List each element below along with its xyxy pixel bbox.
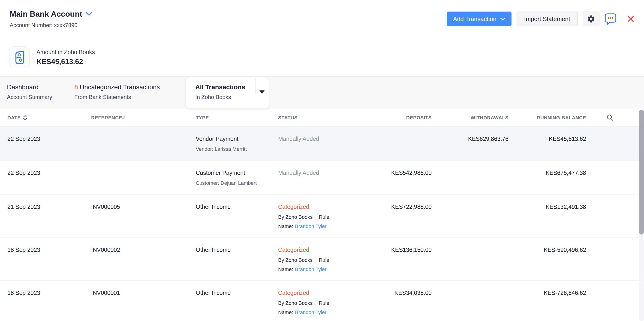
- actions-divider: [622, 14, 622, 24]
- cell-date: 22 Sep 2023: [0, 169, 84, 194]
- tab-all-transactions[interactable]: All Transactions In Zoho Books: [186, 77, 269, 109]
- table-row[interactable]: 18 Sep 2023 INV000001 Other Income Categ…: [0, 280, 644, 321]
- table-row[interactable]: 22 Sep 2023 Customer Payment Customer: D…: [0, 160, 644, 195]
- status-label: Categorized: [278, 203, 362, 210]
- contact-link[interactable]: Brandon Tyler: [295, 309, 326, 315]
- status-label: Categorized: [278, 246, 362, 253]
- feedback-button[interactable]: [604, 13, 616, 25]
- scrollbar-thumb[interactable]: [639, 110, 644, 235]
- cell-spacer: [586, 135, 644, 160]
- table-row[interactable]: 18 Sep 2023 INV000002 Other Income Categ…: [0, 238, 644, 280]
- column-deposits[interactable]: DEPOSITS: [362, 115, 432, 120]
- type-label: Vendor Payment: [196, 135, 271, 142]
- status-rule: Rule: [319, 214, 329, 220]
- status-label: Manually Added: [278, 135, 362, 142]
- cell-date: 18 Sep 2023: [0, 246, 84, 280]
- account-switcher-chevron-icon[interactable]: [86, 12, 92, 16]
- type-label: Customer Payment: [196, 169, 271, 176]
- column-reference[interactable]: REFERENCE#: [84, 115, 188, 120]
- status-separator: [316, 300, 316, 306]
- tab-uncategorized-subtitle: From Bank Statements: [74, 94, 160, 100]
- gear-icon: [587, 15, 596, 23]
- cell-reference: INV000005: [84, 203, 188, 237]
- cell-withdrawals: [432, 169, 508, 194]
- cell-withdrawals: KES629,863.76: [432, 135, 508, 160]
- status-by-line: By Zoho Books Rule: [278, 257, 362, 263]
- status-separator: [316, 214, 316, 220]
- cell-reference: [84, 135, 188, 160]
- status-name-line: Name:Brandon Tyler: [278, 266, 362, 272]
- cell-date: 22 Sep 2023: [0, 135, 84, 160]
- column-date[interactable]: DATE: [0, 115, 84, 120]
- add-transaction-label: Add Transaction: [453, 16, 496, 23]
- cell-status: Categorized By Zoho Books Rule Name:Bran…: [271, 246, 362, 280]
- status-by: By Zoho Books: [278, 257, 312, 263]
- cell-balance: KES-726,646.62: [508, 289, 586, 321]
- column-running-balance[interactable]: RUNNING BALANCE: [508, 115, 586, 120]
- cell-reference: INV000002: [84, 246, 188, 280]
- name-label: Name:: [278, 309, 293, 315]
- amount-summary: Amount in Zoho Books KES45,613.62: [0, 38, 644, 77]
- settings-button[interactable]: [583, 12, 600, 26]
- cell-reference: [84, 169, 188, 194]
- sort-icon[interactable]: [23, 115, 27, 120]
- cell-date: 21 Sep 2023: [0, 203, 84, 237]
- transactions-dropdown-caret-icon[interactable]: [260, 90, 264, 94]
- cell-deposits: KES542,986.00: [362, 169, 432, 194]
- close-button[interactable]: [627, 15, 635, 23]
- search-icon: [606, 114, 614, 121]
- column-date-label: DATE: [8, 115, 21, 120]
- type-subtext: Vendor: Larissa Merritt: [196, 146, 271, 152]
- type-label: Other Income: [196, 289, 271, 296]
- table-row[interactable]: 21 Sep 2023 INV000005 Other Income Categ…: [0, 195, 644, 238]
- status-label: Manually Added: [278, 169, 362, 176]
- view-tabs: Dashboard Account Summary 8 Uncategorize…: [0, 77, 644, 109]
- card-divider: [255, 79, 256, 94]
- status-by: By Zoho Books: [278, 300, 312, 306]
- add-transaction-button[interactable]: Add Transaction: [447, 12, 512, 26]
- cell-spacer: [586, 289, 644, 321]
- cell-spacer: [586, 203, 644, 237]
- cell-type: Vendor Payment Vendor: Larissa Merritt: [188, 135, 271, 160]
- chevron-down-icon: [500, 18, 505, 21]
- cell-spacer: [586, 169, 644, 194]
- table-body: 22 Sep 2023 Vendor Payment Vendor: Laris…: [0, 126, 644, 321]
- cell-type: Other Income: [188, 203, 271, 237]
- amount-value: KES45,613.62: [36, 58, 95, 66]
- status-by-line: By Zoho Books Rule: [278, 300, 362, 306]
- cell-type: Other Income: [188, 246, 271, 280]
- table-search-button[interactable]: [586, 114, 644, 121]
- contact-link[interactable]: Brandon Tyler: [295, 266, 326, 272]
- amount-block: Amount in Zoho Books KES45,613.62: [36, 49, 95, 66]
- status-name-line: Name:Brandon Tyler: [278, 223, 362, 229]
- account-header: Main Bank Account Account Number: xxxx78…: [0, 0, 644, 38]
- tab-uncategorized[interactable]: 8 Uncategorized Transactions From Bank S…: [65, 77, 160, 109]
- cell-balance: KES675,477.38: [508, 169, 586, 194]
- page-title: Main Bank Account: [10, 10, 82, 19]
- cell-date: 18 Sep 2023: [0, 289, 84, 321]
- tab-dashboard-title: Dashboard: [7, 83, 65, 91]
- column-withdrawals[interactable]: WITHDRAWALS: [432, 115, 508, 120]
- contact-link[interactable]: Brandon Tyler: [295, 223, 326, 229]
- column-status[interactable]: STATUS: [271, 115, 362, 120]
- column-type[interactable]: TYPE: [188, 115, 271, 120]
- tab-dashboard[interactable]: Dashboard Account Summary: [0, 77, 65, 109]
- status-by-line: By Zoho Books Rule: [278, 214, 362, 220]
- cell-withdrawals: [432, 246, 508, 280]
- cell-reference: INV000001: [84, 289, 188, 321]
- account-title-block: Main Bank Account Account Number: xxxx78…: [10, 10, 92, 29]
- cell-status: Manually Added: [271, 169, 362, 194]
- cell-status: Categorized By Zoho Books Rule Name:Bran…: [271, 203, 362, 237]
- cell-balance: KES45,613.62: [508, 135, 586, 160]
- table-row[interactable]: 22 Sep 2023 Vendor Payment Vendor: Laris…: [0, 126, 644, 160]
- import-statement-button[interactable]: Import Statement: [516, 12, 578, 26]
- status-separator: [316, 257, 316, 263]
- status-by: By Zoho Books: [278, 214, 312, 220]
- amount-label: Amount in Zoho Books: [36, 49, 95, 56]
- zoho-books-logo-icon: [9, 47, 30, 68]
- tab-all-transactions-title: All Transactions: [195, 83, 269, 91]
- status-label: Categorized: [278, 289, 362, 296]
- name-label: Name:: [278, 223, 293, 229]
- type-label: Other Income: [196, 203, 271, 210]
- status-rule: Rule: [319, 300, 329, 306]
